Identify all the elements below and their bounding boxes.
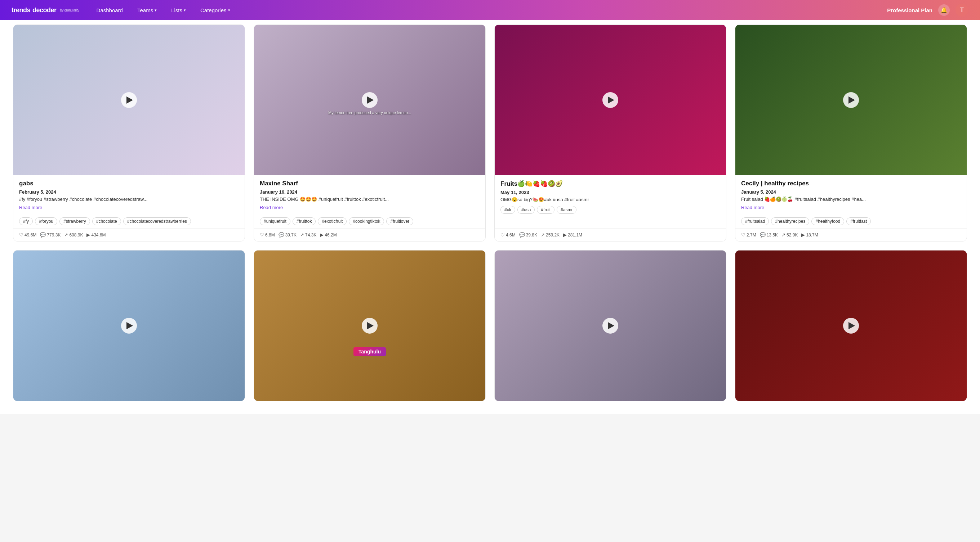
heart-icon: ♡ [500,232,505,238]
hashtag[interactable]: #healthyrecipes [771,217,809,225]
play-button[interactable] [843,318,859,334]
nav-dashboard[interactable]: Dashboard [91,5,129,16]
post-date: May 11, 2023 [500,190,720,195]
card-thumbnail[interactable] [735,250,967,401]
hashtag[interactable]: #uk [500,206,515,214]
likes-count: 49.6M [24,233,37,238]
hashtag[interactable]: #chocolatecoveredstrawberries [123,217,191,225]
read-more-link[interactable]: Read more [19,205,42,210]
nav-right: Professional Plan 🔔 T [887,3,969,17]
card-thumbnail[interactable] [495,25,726,175]
tags-container: #fruitsalad#healthyrecipes#healthyfood#f… [741,217,961,225]
comments-stat: 💬 39.8K [519,232,537,238]
comments-stat: 💬 13.5K [760,232,778,238]
likes-count: 4.6M [506,233,515,238]
video-card [13,250,245,401]
hashtag[interactable]: #cookingtiktok [349,217,384,225]
card-body: gabs February 5, 2024 #fy #foryou #straw… [13,175,245,228]
read-more-link[interactable]: Read more [260,205,283,210]
chevron-down-icon: ▾ [184,8,186,13]
nav-lists[interactable]: Lists ▾ [165,5,192,16]
hashtag[interactable]: #chocolate [92,217,121,225]
creator-name: Maxine Sharf [260,180,480,187]
tags-container: #uniquefruit#fruittok#exoticfruit#cookin… [260,217,480,225]
play-button[interactable] [362,92,378,108]
likes-count: 6.8M [265,233,275,238]
nav-items: Dashboard Teams ▾ Lists ▾ Categories ▾ [91,5,876,16]
shares-stat: ↗ 259.2K [541,232,560,238]
hashtag[interactable]: #usa [517,206,535,214]
pro-plan-label[interactable]: Professional Plan [887,7,932,13]
hashtag[interactable]: #fy [19,217,33,225]
creator-name: gabs [19,180,239,187]
main-content: gabs February 5, 2024 #fy #foryou #straw… [0,20,980,414]
tags-container: #fy#foryou#strawberry#chocolate#chocolat… [19,217,239,225]
logo[interactable]: trendsdecoder by granularity [11,6,79,14]
post-date: January 16, 2024 [260,189,480,195]
views-stat: ▶ 281.1M [563,232,582,238]
logo-trends: trends [11,6,30,14]
notification-bell-icon[interactable]: 🔔 [938,4,950,16]
shares-stat: ↗ 608.9K [64,232,83,238]
hashtag[interactable]: #fruittok [293,217,316,225]
likes-stat: ♡ 6.8M [260,232,275,238]
hashtag[interactable]: #strawberry [59,217,90,225]
shares-count: 74.3K [305,233,317,238]
card-thumbnail[interactable] [735,25,967,175]
play-button[interactable] [362,318,378,334]
heart-icon: ♡ [741,232,745,238]
hashtag[interactable]: #fruitsalad [741,217,769,225]
hashtag[interactable]: #healthyfood [811,217,844,225]
card-thumbnail[interactable]: Tanghulu [254,250,485,401]
card-body: Cecily | healthy recipes January 5, 2024… [735,175,967,228]
shares-stat: ↗ 52.9K [781,232,798,238]
card-thumbnail[interactable] [495,250,726,401]
play-button[interactable] [843,92,859,108]
hashtag[interactable]: #exoticfruit [318,217,347,225]
hashtag[interactable]: #asmr [557,206,576,214]
creator-name: Fruits🍏🍋🍓🍓🥝🥑 [500,180,720,187]
hashtag[interactable]: #uniquefruit [260,217,290,225]
play-button[interactable] [121,92,137,108]
video-card: gabs February 5, 2024 #fy #foryou #straw… [13,24,245,241]
card-stats: ♡ 6.8M 💬 39.7K ↗ 74.3K ▶ 46.2M [254,228,485,241]
post-date: February 5, 2024 [19,189,239,195]
card-thumbnail[interactable]: My lemon tree produced a very unique lem… [254,25,485,175]
creator-name: Cecily | healthy recipes [741,180,961,187]
views-count: 281.1M [568,233,582,238]
avatar[interactable]: T [956,3,969,17]
comment-icon: 💬 [278,232,284,238]
shares-count: 259.2K [546,233,560,238]
views-count: 434.6M [91,233,105,238]
chevron-down-icon: ▾ [228,8,230,13]
card-body: Maxine Sharf January 16, 2024 THE INSIDE… [254,175,485,228]
post-caption: OMG😮so big?🍉😍#uk #usa #fruit #asmr [500,197,720,203]
play-button[interactable] [121,318,137,334]
card-stats: ♡ 4.6M 💬 39.8K ↗ 259.2K ▶ 281.1M [495,228,726,241]
card-thumbnail[interactable] [13,250,245,401]
play-button[interactable] [602,318,618,334]
tags-container: #uk#usa#fruit#asmr [500,206,720,214]
hashtag[interactable]: #foryou [35,217,57,225]
card-stats: ♡ 49.6M 💬 779.3K ↗ 608.9K ▶ 434.6M [13,228,245,241]
hashtag[interactable]: #fruitlover [386,217,413,225]
read-more-link[interactable]: Read more [741,205,764,210]
play-button[interactable] [602,92,618,108]
likes-count: 2.7M [746,233,756,238]
heart-icon: ♡ [260,232,264,238]
hashtag[interactable]: #fruit [537,206,555,214]
views-count: 18.7M [806,233,818,238]
likes-stat: ♡ 4.6M [500,232,515,238]
hashtag[interactable]: #fruitfast [846,217,871,225]
nav-categories[interactable]: Categories ▾ [194,5,236,16]
video-card: Fruits🍏🍋🍓🍓🥝🥑 May 11, 2023 OMG😮so big?🍉😍#… [494,24,726,241]
comments-count: 13.5K [767,233,778,238]
post-date: January 5, 2024 [741,189,961,195]
play-icon: ▶ [801,232,805,238]
video-card: Tanghulu [254,250,486,401]
heart-icon: ♡ [19,232,24,238]
shares-stat: ↗ 74.3K [300,232,317,238]
nav-teams[interactable]: Teams ▾ [132,5,162,16]
card-thumbnail[interactable] [13,25,245,175]
comments-count: 779.3K [47,233,60,238]
